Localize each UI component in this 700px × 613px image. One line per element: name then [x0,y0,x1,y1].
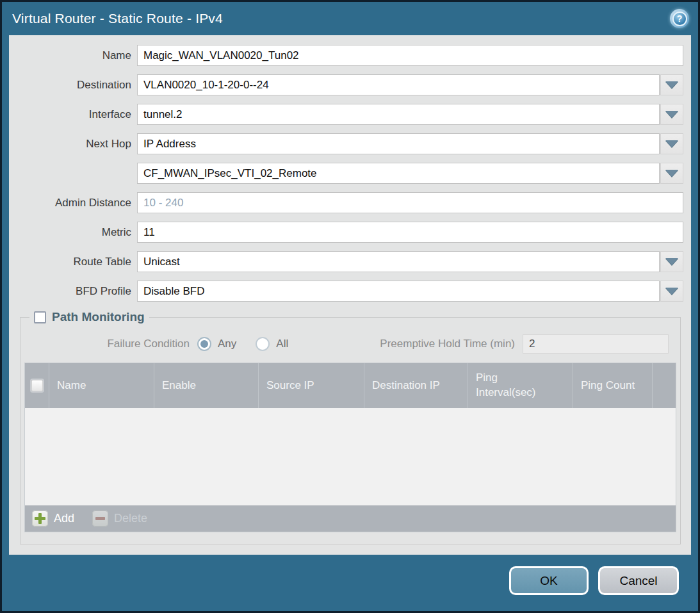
path-monitoring-table: Name Enable Source IP Destination IP Pin [24,363,676,532]
path-monitoring-legend: Path Monitoring [29,310,149,324]
route-table-row: Route Table [9,251,683,272]
interface-input[interactable] [137,104,660,125]
path-monitoring-title: Path Monitoring [52,310,145,324]
dialog-window: Virtual Router - Static Route - IPv4 ? N… [0,0,700,613]
table-body-empty [25,408,676,505]
column-header-ping-interval[interactable]: Ping Interval(sec) [468,363,573,408]
interface-row: Interface [9,104,683,125]
preemptive-hold-time-label: Preemptive Hold Time (min) [380,338,523,350]
bfd-profile-input[interactable] [137,281,660,302]
chevron-down-icon [665,81,678,88]
name-row: Name [9,45,683,66]
destination-dropdown-button[interactable] [660,74,683,95]
failure-condition-any-radio[interactable] [197,337,211,351]
interface-dropdown-button[interactable] [660,104,683,125]
destination-input[interactable] [137,74,660,95]
column-header-destination-ip[interactable]: Destination IP [364,363,468,408]
bfd-profile-label: BFD Profile [9,285,137,298]
column-header-spacer [652,363,676,408]
help-icon[interactable]: ? [670,9,689,28]
metric-input[interactable] [137,222,683,243]
chevron-down-icon [665,288,678,295]
add-button[interactable]: Add [32,511,74,527]
question-mark-glyph: ? [672,12,687,26]
interface-label: Interface [9,108,137,121]
column-header-name[interactable]: Name [49,363,154,408]
title-bar: Virtual Router - Static Route - IPv4 ? [2,2,698,35]
add-icon [32,511,48,527]
failure-condition-row: Failure Condition Any All Preemptive Hol… [24,334,676,354]
route-table-label: Route Table [9,256,137,268]
preemptive-hold-time-input[interactable] [523,334,669,354]
table-footer: Add Delete [25,505,676,532]
route-table-dropdown-button[interactable] [660,251,683,272]
failure-condition-all-radio[interactable] [256,337,270,351]
static-route-form: Name Destination Interface [9,35,691,302]
dialog-title: Virtual Router - Static Route - IPv4 [12,11,223,26]
table-header: Name Enable Source IP Destination IP Pin [25,363,676,408]
select-all-checkbox[interactable] [31,380,43,391]
chevron-down-icon [665,170,678,177]
path-monitoring-section: Path Monitoring Failure Condition Any Al… [20,310,681,544]
next-hop-address-input[interactable] [137,163,660,184]
dialog-content: Name Destination Interface [9,35,691,555]
failure-condition-all-label: All [276,338,288,350]
dialog-frame: Virtual Router - Static Route - IPv4 ? N… [2,2,698,611]
chevron-down-icon [665,258,678,265]
destination-row: Destination [9,74,683,95]
bfd-profile-row: BFD Profile [9,281,683,302]
admin-distance-input[interactable] [137,192,683,213]
failure-condition-label: Failure Condition [24,338,197,350]
name-input[interactable] [137,45,683,66]
path-monitoring-checkbox[interactable] [34,311,46,323]
ok-button[interactable]: OK [509,566,589,595]
next-hop-dropdown-button[interactable] [660,133,683,154]
delete-button[interactable]: Delete [92,511,147,527]
chevron-down-icon [665,111,678,118]
failure-condition-any-label: Any [218,338,236,350]
next-hop-address-dropdown-button[interactable] [660,163,683,184]
route-table-input[interactable] [137,251,660,272]
bfd-profile-dropdown-button[interactable] [660,281,683,302]
delete-icon [92,511,108,527]
dialog-footer: OK Cancel [2,555,698,611]
name-label: Name [9,49,137,62]
column-header-ping-count[interactable]: Ping Count [573,363,652,408]
metric-label: Metric [9,226,137,239]
next-hop-address-row [9,163,683,184]
column-header-enable[interactable]: Enable [154,363,258,408]
column-header-source-ip[interactable]: Source IP [258,363,364,408]
chevron-down-icon [665,140,678,147]
metric-row: Metric [9,222,683,243]
next-hop-row: Next Hop [9,133,683,154]
cancel-button[interactable]: Cancel [598,566,679,595]
next-hop-label: Next Hop [9,138,137,151]
header-select-all-cell [25,363,49,408]
admin-distance-row: Admin Distance [9,192,683,213]
admin-distance-label: Admin Distance [9,197,137,209]
next-hop-type-input[interactable] [137,133,660,154]
destination-label: Destination [9,79,137,92]
